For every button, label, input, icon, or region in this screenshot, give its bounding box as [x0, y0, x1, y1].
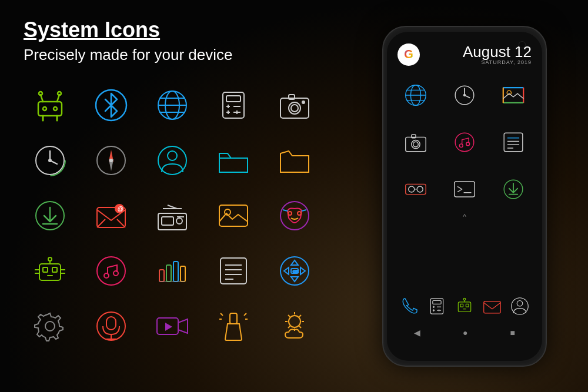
- list-item: [268, 82, 321, 129]
- svg-point-141: [417, 186, 423, 192]
- list-item: [207, 82, 260, 129]
- svg-point-140: [409, 186, 415, 192]
- svg-point-52: [176, 218, 182, 224]
- gallery-icon: [215, 197, 252, 234]
- settings-icon: [31, 307, 69, 345]
- dock-phone-icon[interactable]: [398, 295, 420, 320]
- list-item: [146, 192, 199, 239]
- svg-point-39: [168, 151, 177, 160]
- svg-point-120: [463, 93, 466, 96]
- back-button[interactable]: ◀: [414, 328, 420, 337]
- svg-text:@: @: [118, 206, 123, 212]
- folder-icon: [276, 142, 313, 179]
- dock-calculator-icon[interactable]: [426, 295, 448, 320]
- phone-cassette-svg: [402, 176, 429, 203]
- svg-point-56: [280, 202, 309, 230]
- svg-point-32: [49, 159, 51, 162]
- list-item: [85, 137, 138, 184]
- svg-point-132: [459, 143, 463, 147]
- phone-gallery-icon[interactable]: [492, 78, 534, 113]
- email-icon: @: [92, 197, 130, 234]
- left-panel: System Icons Precisely made for your dev…: [0, 0, 341, 392]
- list-item: [268, 192, 321, 239]
- list-item: [207, 247, 260, 294]
- svg-point-73: [113, 271, 118, 276]
- list-item: [146, 247, 199, 294]
- list-item: [207, 192, 260, 239]
- phone-download-icon[interactable]: [492, 172, 534, 207]
- svg-line-44: [97, 219, 105, 227]
- icon-grid: @: [24, 82, 329, 356]
- home-button[interactable]: ●: [463, 328, 467, 337]
- svg-line-45: [117, 219, 125, 227]
- phone-icon-grid-row1: [387, 72, 542, 119]
- svg-point-5: [39, 92, 42, 95]
- svg-point-91: [45, 321, 55, 331]
- download-icon: [31, 197, 69, 234]
- svg-point-28: [302, 101, 305, 103]
- phone-camera-icon[interactable]: [395, 125, 437, 160]
- svg-rect-143: [455, 182, 475, 197]
- remote-icon: OK: [276, 252, 313, 290]
- svg-rect-54: [219, 205, 248, 226]
- phone-terminal-icon[interactable]: [444, 172, 486, 207]
- svg-rect-159: [466, 304, 469, 307]
- svg-rect-93: [106, 317, 116, 330]
- camera-cutout: [519, 41, 526, 48]
- svg-point-133: [466, 142, 470, 146]
- list-item: [85, 303, 138, 350]
- svg-rect-16: [226, 96, 240, 102]
- svg-point-131: [455, 133, 474, 152]
- svg-point-162: [463, 298, 466, 300]
- chevron-up-icon: ^: [463, 213, 466, 221]
- svg-rect-121: [503, 88, 523, 103]
- svg-point-72: [104, 273, 109, 278]
- svg-rect-0: [38, 102, 62, 116]
- svg-marker-85: [284, 267, 289, 274]
- phone-cassette-icon[interactable]: [395, 172, 437, 207]
- list-item: [24, 247, 76, 294]
- svg-point-26: [291, 105, 298, 112]
- title-section: System Icons Precisely made for your dev…: [24, 18, 329, 64]
- mask-icon: [276, 197, 313, 234]
- svg-rect-163: [484, 301, 501, 313]
- list-item: [24, 303, 76, 350]
- phone-mockup-container: G August 12 SATURDAY, 2019: [341, 0, 588, 392]
- dock-email-icon[interactable]: [481, 295, 503, 320]
- globe-icon: [153, 86, 191, 124]
- dock-profile-icon[interactable]: [509, 295, 531, 320]
- svg-rect-76: [173, 262, 178, 282]
- phone-icon-grid-row2: [387, 119, 542, 166]
- list-item: [85, 247, 138, 294]
- svg-line-59: [283, 210, 288, 211]
- svg-marker-87: [291, 260, 298, 265]
- phone-topbar: G August 12 SATURDAY, 2019: [387, 32, 542, 72]
- svg-point-37: [109, 159, 113, 162]
- svg-rect-51: [162, 217, 173, 225]
- svg-point-165: [517, 300, 523, 306]
- dock-robot-icon[interactable]: [453, 295, 476, 320]
- weather-icon: [276, 307, 313, 345]
- phone-notes-svg: [500, 129, 527, 156]
- bluetooth-icon: [92, 86, 130, 124]
- contact-icon: [153, 142, 191, 179]
- music-icon: [92, 252, 130, 290]
- microphone-icon: [92, 307, 130, 345]
- svg-point-2: [54, 107, 57, 110]
- google-button[interactable]: G: [397, 43, 420, 66]
- phone-music-icon[interactable]: [444, 125, 486, 160]
- svg-rect-98: [230, 313, 237, 324]
- video-icon: [153, 307, 191, 345]
- svg-line-100: [244, 313, 246, 316]
- phone-clock-icon[interactable]: [444, 78, 486, 113]
- svg-line-60: [302, 210, 306, 211]
- svg-point-126: [507, 91, 511, 95]
- phone-globe-icon[interactable]: [395, 78, 437, 113]
- svg-point-1: [43, 107, 46, 110]
- phone-notes-icon[interactable]: [492, 125, 534, 160]
- flashlight-icon: [215, 307, 252, 345]
- phone-camera-svg: [402, 129, 429, 156]
- recents-button[interactable]: ■: [510, 328, 515, 337]
- svg-rect-149: [433, 300, 441, 304]
- list-item: [207, 137, 260, 184]
